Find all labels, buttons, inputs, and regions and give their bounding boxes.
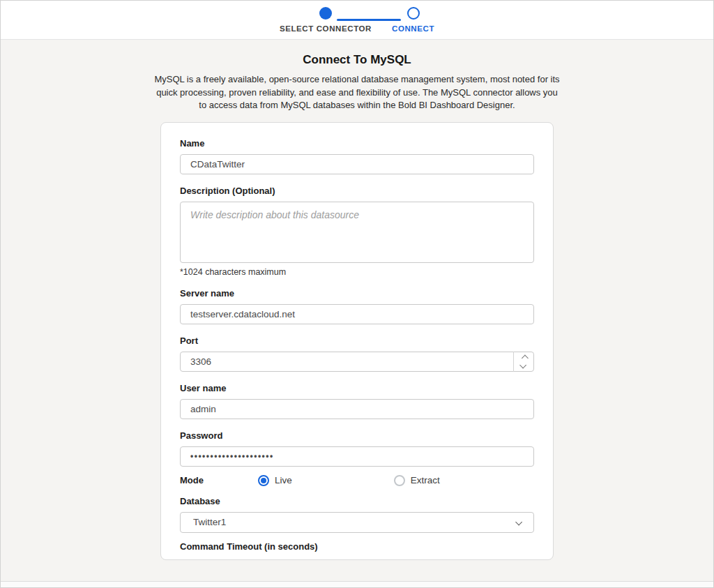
radio-extract-icon[interactable] bbox=[394, 475, 405, 486]
port-stepper[interactable] bbox=[513, 352, 534, 372]
footer-strip bbox=[1, 581, 713, 588]
field-username: User name bbox=[180, 383, 534, 419]
field-description: Description (Optional) *1024 characters … bbox=[180, 186, 534, 277]
step-connect[interactable]: CONNECT bbox=[392, 7, 434, 33]
mode-option-extract[interactable]: Extract bbox=[394, 475, 440, 486]
username-label: User name bbox=[180, 383, 534, 393]
mode-option-live[interactable]: Live bbox=[258, 475, 292, 486]
mode-label: Mode bbox=[180, 475, 258, 485]
description-textarea[interactable] bbox=[180, 202, 534, 263]
step-select-connector-label: SELECT CONNECTOR bbox=[280, 24, 372, 33]
field-name: Name bbox=[180, 138, 534, 174]
database-label: Database bbox=[180, 496, 534, 506]
spinner-up-icon[interactable] bbox=[522, 354, 529, 361]
server-name-label: Server name bbox=[180, 288, 534, 299]
wizard-header: SELECT CONNECTOR CONNECT bbox=[1, 1, 713, 40]
chevron-down-icon bbox=[515, 518, 522, 525]
step-connect-label: CONNECT bbox=[392, 24, 434, 33]
port-input[interactable] bbox=[180, 352, 534, 372]
password-label: Password bbox=[180, 430, 534, 441]
page-title: Connect To MySQL bbox=[1, 53, 713, 67]
name-label: Name bbox=[180, 138, 534, 149]
step-select-connector-dot bbox=[319, 7, 332, 20]
field-password: Password bbox=[180, 430, 534, 467]
wizard-stepper: SELECT CONNECTOR CONNECT bbox=[1, 1, 713, 33]
connector-description: MySQL is a freely available, open-source… bbox=[153, 73, 561, 112]
field-database: Database Twitter1 bbox=[180, 496, 534, 533]
description-label: Description (Optional) bbox=[180, 186, 534, 196]
spinner-down-icon[interactable] bbox=[519, 361, 526, 368]
password-input[interactable] bbox=[180, 446, 534, 467]
connection-form-card: Name Description (Optional) *1024 charac… bbox=[160, 122, 554, 560]
server-name-input[interactable] bbox=[180, 304, 534, 324]
field-server-name: Server name bbox=[180, 288, 534, 324]
description-helper-text: *1024 characters maximum bbox=[180, 267, 534, 277]
field-mode: Mode Live Extract bbox=[180, 474, 534, 488]
field-port: Port bbox=[180, 336, 534, 372]
username-input[interactable] bbox=[180, 399, 534, 419]
connect-wizard-window: SELECT CONNECTOR CONNECT Connect To MySQ… bbox=[0, 0, 714, 588]
database-selected-value: Twitter1 bbox=[193, 517, 226, 527]
mode-extract-label: Extract bbox=[411, 475, 440, 485]
mode-live-label: Live bbox=[275, 475, 292, 485]
database-select[interactable]: Twitter1 bbox=[180, 512, 534, 533]
step-connect-dot bbox=[407, 7, 420, 20]
radio-live-icon[interactable] bbox=[258, 475, 269, 486]
name-input[interactable] bbox=[180, 154, 534, 174]
command-timeout-label: Command Timeout (in seconds) bbox=[180, 541, 534, 552]
port-label: Port bbox=[180, 336, 534, 346]
wizard-body: Connect To MySQL MySQL is a freely avail… bbox=[1, 40, 713, 581]
